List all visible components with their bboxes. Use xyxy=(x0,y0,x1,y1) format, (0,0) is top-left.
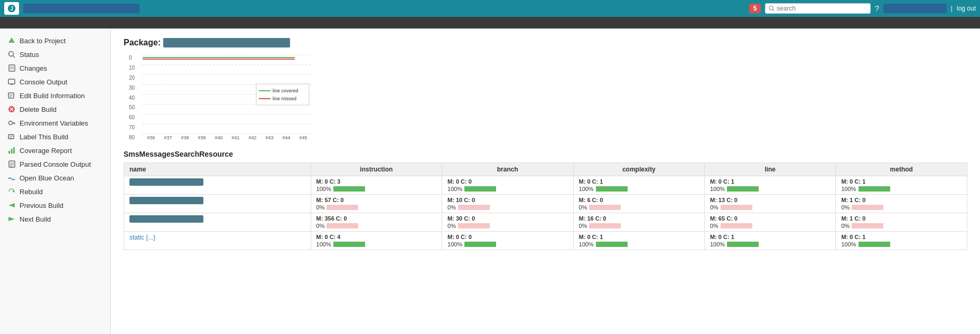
bar-fill-method xyxy=(858,242,890,247)
sidebar-item-back-to-project[interactable]: Back to Project xyxy=(0,34,110,47)
bar-bg-line xyxy=(721,223,752,228)
chart-y-labels: 80 70 60 50 40 30 20 10 0 xyxy=(129,55,135,140)
stat-label-instruction: M: 57 C: 0 xyxy=(316,197,344,203)
notification-badge[interactable]: 5 xyxy=(749,4,761,13)
col-header-name: name xyxy=(124,163,311,176)
sidebar-item-coverage-report[interactable]: Coverage Report xyxy=(0,144,110,157)
stat-pct-line: 100% xyxy=(710,186,725,192)
stat-label-branch: M: 0 C: 0 xyxy=(447,178,472,185)
arrow-right-icon xyxy=(7,215,16,223)
app-logo[interactable]: J xyxy=(4,2,19,15)
sidebar-item-previous-build[interactable]: Previous Build xyxy=(0,198,110,212)
bar-bg-instruction xyxy=(333,186,365,192)
stat-label-instruction: M: 356 C: 0 xyxy=(316,215,347,222)
rebuild-icon xyxy=(7,187,16,196)
sidebar-item-environment-variables[interactable]: Environment Variables xyxy=(0,116,110,130)
sidebar-item-parsed-console-output[interactable]: Parsed Console Output xyxy=(0,157,110,171)
row-name-link[interactable]: bu... xyxy=(129,197,203,204)
edit-icon xyxy=(7,91,16,100)
sidebar-item-open-blue-ocean[interactable]: Open Blue Ocean xyxy=(0,171,110,185)
cell-complexity: M: 16 C: 00% xyxy=(573,213,704,232)
sidebar-label-edit-build-information: Edit Build Information xyxy=(20,92,85,100)
bar-fill-branch xyxy=(458,205,490,210)
bar-bg-line xyxy=(721,205,752,210)
stat-label-line: M: 13 C: 0 xyxy=(710,197,738,203)
svg-point-5 xyxy=(9,52,14,56)
col-header-instruction: instruction xyxy=(311,163,442,176)
sidebar-item-delete-build[interactable]: Delete Build xyxy=(0,102,110,116)
cell-branch: M: 10 C: 00% xyxy=(442,195,573,213)
svg-marker-32 xyxy=(12,190,14,193)
search-input[interactable] xyxy=(777,5,867,12)
bar-bg-line xyxy=(727,186,759,192)
doc-icon xyxy=(7,160,16,168)
chart-area: 80 70 60 50 40 30 20 10 0 xyxy=(143,55,354,140)
cell-instruction: M: 0 C: 3100% xyxy=(311,176,442,195)
search-box[interactable] xyxy=(765,3,871,14)
bar-bg-instruction xyxy=(326,205,358,210)
svg-text:J: J xyxy=(10,6,13,12)
cell-instruction: M: 356 C: 00% xyxy=(311,213,442,232)
svg-point-2 xyxy=(769,6,773,9)
bar-bg-instruction xyxy=(326,223,358,228)
stat-pct-instruction: 0% xyxy=(316,204,325,211)
logout-link[interactable]: log out xyxy=(957,5,976,12)
sidebar: Back to Project Status Changes Console O… xyxy=(0,28,111,334)
svg-rect-25 xyxy=(8,151,10,154)
table-row: static {...}M: 0 C: 4100%M: 0 C: 0100%M:… xyxy=(124,232,967,250)
bar-bg-complexity xyxy=(596,242,628,247)
svg-line-3 xyxy=(772,9,774,11)
bar-fill-complexity xyxy=(596,186,628,192)
bar-fill-instruction xyxy=(333,186,365,192)
stat-pct-method: 100% xyxy=(841,241,856,247)
wave-icon xyxy=(7,174,16,182)
bar-bg-branch xyxy=(458,223,490,228)
stat-pct-instruction: 100% xyxy=(316,241,331,247)
col-header-branch: branch xyxy=(442,163,573,176)
svg-rect-22 xyxy=(8,135,14,139)
svg-rect-12 xyxy=(8,93,14,98)
stat-label-line: M: 0 C: 1 xyxy=(710,234,734,240)
cell-method: M: 1 C: 00% xyxy=(836,213,967,232)
svg-marker-33 xyxy=(8,203,15,207)
stat-label-instruction: M: 0 C: 3 xyxy=(316,178,341,185)
blurred-name: ge...(g) xyxy=(129,215,203,223)
row-name-link[interactable]: Sm... xyxy=(129,178,203,186)
bar-bg-branch xyxy=(464,186,496,192)
pipe-separator: | xyxy=(951,5,953,12)
sidebar-item-edit-build-information[interactable]: Edit Build Information xyxy=(0,89,110,102)
svg-point-18 xyxy=(9,121,13,125)
svg-rect-27 xyxy=(13,147,15,154)
search-icon xyxy=(769,5,774,12)
row-name-link[interactable]: static {...} xyxy=(129,234,155,241)
bar-bg-line xyxy=(727,242,759,247)
package-title: Package: xyxy=(124,38,967,47)
sidebar-label-previous-build: Previous Build xyxy=(20,202,63,209)
stat-pct-method: 0% xyxy=(841,223,850,229)
bar-bg-method xyxy=(852,223,883,228)
bar-bg-branch xyxy=(464,242,496,247)
svg-rect-7 xyxy=(9,65,15,71)
stat-pct-branch: 0% xyxy=(447,204,456,211)
stat-label-complexity: M: 0 C: 1 xyxy=(579,178,603,185)
stat-label-branch: M: 0 C: 0 xyxy=(447,234,472,240)
col-header-complexity: complexity xyxy=(573,163,704,176)
bar-fill-complexity xyxy=(589,205,621,210)
note-icon xyxy=(7,64,16,72)
cell-line: M: 13 C: 00% xyxy=(704,195,835,213)
help-icon[interactable]: ? xyxy=(875,4,879,13)
sidebar-item-changes[interactable]: Changes xyxy=(0,61,110,75)
user-menu[interactable] xyxy=(883,4,947,13)
sidebar-item-console-output[interactable]: Console Output xyxy=(0,75,110,89)
row-name-link[interactable]: ge...(g) xyxy=(129,215,203,223)
bar-bg-complexity xyxy=(589,223,621,228)
stat-label-line: M: 65 C: 0 xyxy=(710,215,738,222)
sidebar-item-rebuild[interactable]: Rebuild xyxy=(0,185,110,198)
sidebar-item-label-this-build[interactable]: Label This Build xyxy=(0,130,110,144)
bar-fill-instruction xyxy=(326,223,358,228)
magnify-icon xyxy=(7,50,16,59)
main-content: Package: 80 70 60 50 40 30 20 10 0 xyxy=(111,28,980,334)
sidebar-item-status[interactable]: Status xyxy=(0,47,110,61)
section-title: SmsMessagesSearchResource xyxy=(124,150,967,158)
sidebar-item-next-build[interactable]: Next Build xyxy=(0,212,110,226)
